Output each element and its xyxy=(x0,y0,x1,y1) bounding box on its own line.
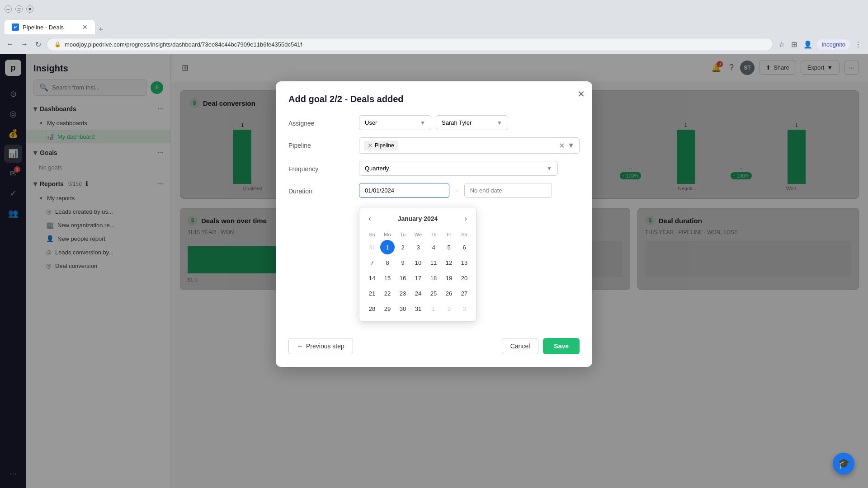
pipeline-label: Pipeline xyxy=(288,137,352,149)
calendar-title: January 2024 xyxy=(398,215,438,222)
calendar-next-button[interactable]: › xyxy=(461,213,471,225)
cal-day-15[interactable]: 15 xyxy=(380,271,395,285)
add-goal-modal: Add goal 2/2 - Deals added ✕ Assignee Us… xyxy=(276,81,592,367)
cal-day-8[interactable]: 8 xyxy=(380,255,395,270)
cal-day-3[interactable]: 3 xyxy=(411,240,425,254)
modal-title: Add goal 2/2 - Deals added xyxy=(288,94,580,104)
prev-step-button[interactable]: ← Previous step xyxy=(288,338,353,354)
cal-day-30[interactable]: 30 xyxy=(396,301,410,316)
split-view-button[interactable]: ⊞ xyxy=(789,38,799,51)
address-bar[interactable]: 🔒 moodjoy.pipedrive.com/progress/insight… xyxy=(47,38,773,51)
pipeline-clear-icon[interactable]: ✕ xyxy=(559,141,565,150)
help-bubble-button[interactable]: 🎓 xyxy=(833,453,854,474)
cal-day-5[interactable]: 5 xyxy=(442,240,456,254)
duration-row: Duration - xyxy=(288,183,580,198)
assignee-value-select[interactable]: Sarah Tyler ▼ xyxy=(436,115,508,130)
frequency-controls: Quarterly ▼ xyxy=(359,161,580,176)
cal-day-10[interactable]: 10 xyxy=(411,255,425,270)
cal-day-19[interactable]: 19 xyxy=(442,271,456,285)
cal-day-24[interactable]: 24 xyxy=(411,286,425,300)
cal-day-2[interactable]: 2 xyxy=(396,240,410,254)
cal-day-1[interactable]: 1 xyxy=(380,240,395,254)
modal-close-button[interactable]: ✕ xyxy=(577,89,585,99)
cal-day-23[interactable]: 23 xyxy=(396,286,410,300)
cancel-button[interactable]: Cancel xyxy=(502,338,539,354)
cal-day-4[interactable]: 4 xyxy=(426,240,441,254)
cal-day-16[interactable]: 16 xyxy=(396,271,410,285)
pipeline-tag-remove-icon[interactable]: ✕ xyxy=(368,142,373,149)
cal-day-2-next[interactable]: 2 xyxy=(442,301,456,316)
day-header-su: Su xyxy=(365,230,379,239)
date-separator: - xyxy=(454,187,460,194)
new-tab-button[interactable]: + xyxy=(95,25,107,34)
pipeline-tag: ✕ Pipeline xyxy=(364,141,398,150)
forward-button[interactable]: → xyxy=(19,38,30,50)
save-button[interactable]: Save xyxy=(543,338,580,354)
assignee-value-text: Sarah Tyler xyxy=(442,119,472,126)
browser-toolbar-right: ☆ ⊞ 👤 Incognito ⋮ xyxy=(777,38,863,51)
browser-tabs: P Pipeline - Deals ✕ + xyxy=(0,18,868,34)
frequency-label: Frequency xyxy=(288,161,352,173)
day-header-mo: Mo xyxy=(380,230,395,239)
cal-day-25[interactable]: 25 xyxy=(426,286,441,300)
address-bar-container: ← → ↻ 🔒 moodjoy.pipedrive.com/progress/i… xyxy=(0,34,868,54)
cal-day-9[interactable]: 9 xyxy=(396,255,410,270)
browser-titlebar: ─ □ ✕ xyxy=(0,0,868,18)
cal-day-27[interactable]: 27 xyxy=(457,286,472,300)
pipeline-tag-field[interactable]: ✕ Pipeline ✕ ▼ xyxy=(359,137,580,154)
tab-close-button[interactable]: ✕ xyxy=(82,23,88,31)
calendar-popup: ‹ January 2024 › Su Mo Tu We Th Fr Sa 31… xyxy=(359,207,476,322)
duration-end-input[interactable] xyxy=(464,183,552,198)
prev-step-label: Previous step xyxy=(306,343,344,350)
back-button[interactable]: ← xyxy=(5,38,15,50)
cal-day-29[interactable]: 29 xyxy=(380,301,395,316)
tab-title: Pipeline - Deals xyxy=(23,24,64,31)
menu-button[interactable]: ⋮ xyxy=(853,38,863,51)
minimize-button[interactable]: ─ xyxy=(5,5,12,13)
pipeline-dropdown-icon[interactable]: ▼ xyxy=(567,141,575,150)
cal-day-28[interactable]: 28 xyxy=(365,301,379,316)
cal-day-18[interactable]: 18 xyxy=(426,271,441,285)
assignee-type-value: User xyxy=(365,119,377,126)
cal-day-21[interactable]: 21 xyxy=(365,286,379,300)
incognito-label: Incognito xyxy=(817,39,850,50)
calendar-grid: Su Mo Tu We Th Fr Sa 31 1 2 3 4 5 6 xyxy=(365,230,471,316)
cal-day-7[interactable]: 7 xyxy=(365,255,379,270)
cal-day-13[interactable]: 13 xyxy=(457,255,472,270)
browser-chrome: ─ □ ✕ P Pipeline - Deals ✕ + ← → ↻ 🔒 moo… xyxy=(0,0,868,54)
prev-step-arrow-icon: ← xyxy=(297,343,303,350)
cal-day-12[interactable]: 12 xyxy=(442,255,456,270)
frequency-row: Frequency Quarterly ▼ xyxy=(288,161,580,176)
calendar-prev-button[interactable]: ‹ xyxy=(365,213,374,225)
assignee-type-chevron-icon: ▼ xyxy=(420,120,425,126)
cal-day-17[interactable]: 17 xyxy=(411,271,425,285)
cal-day-1-next[interactable]: 1 xyxy=(426,301,441,316)
day-header-tu: Tu xyxy=(396,230,410,239)
maximize-button[interactable]: □ xyxy=(15,5,23,13)
cal-day-31[interactable]: 31 xyxy=(411,301,425,316)
frequency-select[interactable]: Quarterly ▼ xyxy=(359,161,558,176)
assignee-type-select[interactable]: User ▼ xyxy=(359,115,431,130)
bookmarks-star-button[interactable]: ☆ xyxy=(777,38,787,51)
pipeline-controls: ✕ Pipeline ✕ ▼ xyxy=(359,137,580,154)
profile-button[interactable]: 👤 xyxy=(802,38,814,51)
lock-icon: 🔒 xyxy=(54,41,61,47)
cal-day-20[interactable]: 20 xyxy=(457,271,472,285)
cal-day-3-next[interactable]: 3 xyxy=(457,301,472,316)
cal-day-11[interactable]: 11 xyxy=(426,255,441,270)
modal-footer: ← Previous step Cancel Save xyxy=(288,331,580,354)
url-text: moodjoy.pipedrive.com/progress/insights/… xyxy=(65,41,302,48)
cal-day-31-prev[interactable]: 31 xyxy=(365,240,379,254)
active-tab[interactable]: P Pipeline - Deals ✕ xyxy=(5,20,95,34)
cal-day-6[interactable]: 6 xyxy=(457,240,472,254)
window-controls[interactable]: ─ □ ✕ xyxy=(5,5,33,13)
duration-start-input[interactable] xyxy=(359,183,449,198)
assignee-label: Assignee xyxy=(288,115,352,127)
pipeline-tag-label: Pipeline xyxy=(375,142,394,149)
reload-button[interactable]: ↻ xyxy=(33,38,43,51)
assignee-row: Assignee User ▼ Sarah Tyler ▼ xyxy=(288,115,580,130)
cal-day-26[interactable]: 26 xyxy=(442,286,456,300)
cal-day-14[interactable]: 14 xyxy=(365,271,379,285)
close-button[interactable]: ✕ xyxy=(26,5,33,13)
cal-day-22[interactable]: 22 xyxy=(380,286,395,300)
